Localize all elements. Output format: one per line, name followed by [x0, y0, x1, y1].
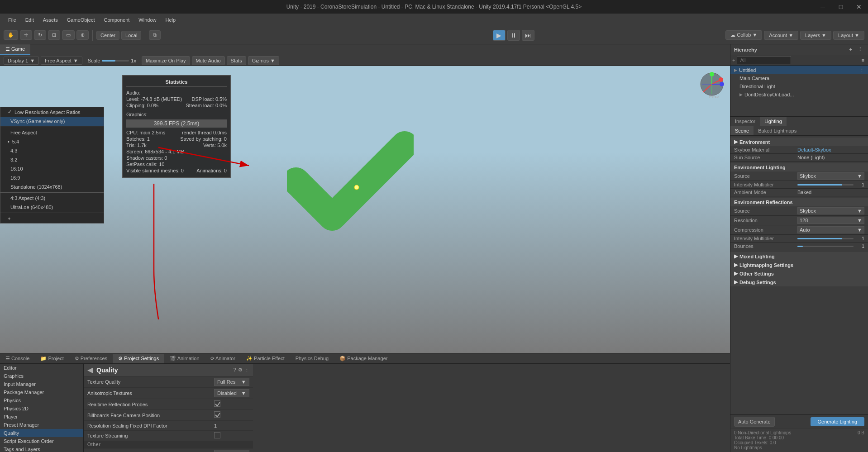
aspect-16-10[interactable]: 16:10: [0, 164, 104, 173]
hierarchy-item-dont-destroy[interactable]: ▶ DontDestroyOnLoad...: [730, 90, 868, 99]
skin-weights-dropdown[interactable]: 1 Bone▼: [214, 450, 249, 452]
settings-graphics[interactable]: Graphics: [0, 372, 83, 380]
quality-settings-icon[interactable]: ⚙: [238, 367, 243, 373]
maximize-on-play-button[interactable]: Maximize On Play: [142, 56, 190, 65]
aspect-selector[interactable]: Free Aspect ▼: [41, 57, 82, 65]
aspect-low-res[interactable]: ✓ Low Resolution Aspect Ratios: [0, 107, 104, 117]
tool-transform[interactable]: ⊕: [76, 30, 89, 40]
tab-particle-effect[interactable]: ✨ Particle Effect: [241, 354, 290, 363]
hierarchy-add-icon[interactable]: +: [848, 46, 854, 53]
mixed-lighting-title[interactable]: ▶ Mixed Lighting: [730, 252, 868, 261]
settings-editor[interactable]: Editor: [0, 364, 83, 372]
aspect-standalone[interactable]: Standalone (1024x768): [0, 182, 104, 191]
settings-quality[interactable]: Quality: [0, 429, 83, 437]
menu-assets[interactable]: Assets: [38, 15, 62, 24]
other-settings-title[interactable]: ▶ Other Settings: [730, 269, 868, 278]
hierarchy-item-main-camera[interactable]: Main Camera: [730, 74, 868, 82]
tab-package-manager[interactable]: 📦 Package Manager: [334, 354, 393, 363]
tab-console[interactable]: ☰ Console: [0, 354, 35, 363]
menu-file[interactable]: File: [4, 15, 21, 24]
aspect-4-3[interactable]: 4:3: [0, 146, 104, 155]
tab-animator[interactable]: ⟳ Animator: [205, 354, 241, 363]
menu-component[interactable]: Component: [99, 15, 134, 24]
hierarchy-filter-icon[interactable]: ≡: [860, 57, 866, 64]
env-reflections-title[interactable]: Environment Reflections: [730, 198, 868, 206]
hierarchy-item-directional-light[interactable]: Directional Light: [730, 82, 868, 90]
texture-streaming-checkbox[interactable]: [214, 432, 220, 438]
menu-window[interactable]: Window: [134, 15, 161, 24]
lightmapping-settings-title[interactable]: ▶ Lightmapping Settings: [730, 261, 868, 269]
mute-audio-button[interactable]: Mute Audio: [192, 56, 225, 65]
aspect-3-2[interactable]: 3:2: [0, 155, 104, 164]
minimize-button[interactable]: ─: [814, 0, 832, 14]
settings-player[interactable]: Player: [0, 413, 83, 421]
realtime-reflection-checkbox[interactable]: [214, 400, 220, 407]
compression-dropdown[interactable]: Auto▼: [797, 226, 864, 233]
settings-tags-and-layers[interactable]: Tags and Layers: [0, 445, 83, 452]
aspect-16-9[interactable]: 16:9: [0, 173, 104, 182]
environment-title[interactable]: ▶ Environment: [730, 138, 868, 146]
debug-settings-title[interactable]: ▶ Debug Settings: [730, 278, 868, 286]
hierarchy-more-icon[interactable]: ⋮: [856, 46, 864, 53]
auto-generate-button[interactable]: Auto Generate: [734, 417, 775, 427]
menu-edit[interactable]: Edit: [21, 15, 38, 24]
resolution-dropdown[interactable]: 128▼: [797, 217, 864, 224]
pivot-local-button[interactable]: Local: [121, 31, 141, 40]
settings-input-manager[interactable]: Input Manager: [0, 380, 83, 388]
pivot-center-button[interactable]: Center: [96, 31, 119, 40]
menu-gameobject[interactable]: GameObject: [62, 15, 100, 24]
generate-lighting-button[interactable]: Generate Lighting: [811, 417, 864, 426]
tab-preferences[interactable]: ⚙ Preferences: [69, 354, 113, 363]
collab-button[interactable]: ☁ Collab ▼: [725, 30, 762, 40]
aspect-ultraloe[interactable]: UltraLoe (640x480): [0, 203, 104, 212]
tab-inspector[interactable]: Inspector: [730, 117, 760, 126]
aspect-add[interactable]: +: [0, 214, 104, 223]
layers-button[interactable]: Layers ▼: [800, 31, 831, 40]
tab-project[interactable]: 📁 Project: [35, 354, 69, 363]
stats-button[interactable]: Stats: [227, 56, 246, 65]
hierarchy-item-menu[interactable]: ⋮: [859, 67, 864, 73]
aspect-vsync[interactable]: VSync (Game view only): [0, 117, 104, 126]
anisotropic-dropdown[interactable]: Disabled▼: [214, 389, 249, 397]
billboards-checkbox[interactable]: [214, 411, 220, 418]
settings-physics[interactable]: Physics: [0, 396, 83, 404]
tool-scale[interactable]: ⊞: [48, 30, 60, 40]
env-source-dropdown[interactable]: Skybox▼: [797, 172, 864, 180]
tab-physics-debug[interactable]: Physics Debug: [290, 354, 334, 363]
env-lighting-title[interactable]: Environment Lighting: [730, 163, 868, 171]
settings-preset-manager[interactable]: Preset Manager: [0, 421, 83, 429]
tool-hand[interactable]: ✋: [4, 30, 18, 40]
aspect-5-4[interactable]: • 5:4: [0, 137, 104, 146]
settings-package-manager[interactable]: Package Manager: [0, 388, 83, 396]
account-button[interactable]: Account ▼: [764, 31, 798, 40]
aspect-4-3-aspect[interactable]: 4:3 Aspect (4:3): [0, 194, 104, 203]
hierarchy-item-untitled[interactable]: ▶ Untitled ⋮: [730, 66, 868, 74]
step-button[interactable]: ⏭: [522, 30, 534, 41]
hierarchy-search-input[interactable]: [737, 56, 791, 64]
tab-game[interactable]: ☰ Game: [0, 44, 30, 55]
tab-project-settings[interactable]: ⚙ Project Settings: [113, 354, 164, 363]
refl-source-dropdown[interactable]: Skybox▼: [797, 207, 864, 214]
quality-menu-icon[interactable]: ⋮: [244, 367, 249, 373]
intensity-slider-control[interactable]: 1: [797, 182, 864, 187]
tool-move[interactable]: ✛: [20, 30, 32, 40]
settings-physics-2d[interactable]: Physics 2D: [0, 404, 83, 413]
tab-animation[interactable]: 🎬 Animation: [164, 354, 205, 363]
gizmos-button[interactable]: Gizmos ▼: [248, 56, 279, 65]
layout-button[interactable]: Layout ▼: [833, 31, 864, 40]
subtab-scene[interactable]: Scene: [730, 126, 754, 135]
tab-lighting[interactable]: Lighting: [760, 117, 787, 126]
maximize-button[interactable]: □: [832, 0, 850, 14]
bounces-slider-control[interactable]: 1: [797, 243, 864, 249]
display-selector[interactable]: Display 1 ▼: [4, 57, 39, 65]
aspect-free[interactable]: Free Aspect: [0, 128, 104, 137]
tool-rotate[interactable]: ↻: [34, 30, 46, 40]
subtab-baked-lightmaps[interactable]: Baked Lightmaps: [754, 126, 801, 135]
resolution-scaling-input[interactable]: [214, 423, 241, 428]
quality-help-icon[interactable]: ?: [234, 367, 236, 373]
tool-extra[interactable]: ⧉: [149, 30, 161, 40]
texture-quality-dropdown[interactable]: Full Res▼: [214, 378, 249, 386]
pause-button[interactable]: ⏸: [507, 30, 520, 41]
close-button[interactable]: ✕: [850, 0, 868, 14]
settings-script-execution[interactable]: Script Execution Order: [0, 437, 83, 445]
